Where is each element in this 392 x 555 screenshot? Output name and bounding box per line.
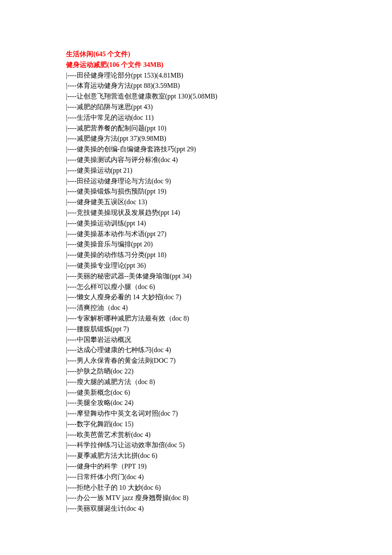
file-list-item: |----健美操运动训练(ppt 14): [66, 218, 392, 229]
file-list-item: |----体育运动健身方法(ppt 88)(3.59MB): [66, 81, 392, 91]
file-list-item: |----拒绝小肚子的 10 大妙(doc 6): [66, 483, 392, 493]
file-list-item: |----摩登舞动作中英文名词对照(doc 7): [66, 408, 392, 419]
file-list-item: |----健美操运动(ppt 21): [66, 165, 392, 176]
file-list-item: |----日常纤体小窍门(doc 4): [66, 472, 392, 483]
file-list-item: |----美丽双腿诞生计(doc 4): [66, 503, 392, 514]
subcategory-heading: 健身运动减肥(106 个文件 34MB): [66, 60, 392, 70]
file-list-item: |----男人永保青春的黄金法则(DOC 7): [66, 356, 392, 366]
file-list-item: |----夏季减肥方法大比拼(doc 6): [66, 451, 392, 461]
file-list-item: |----达成心理健康的七种练习(doc 4): [66, 345, 392, 356]
file-list-item: |----中国攀岩运动概况: [66, 335, 392, 345]
file-list-item: |----清爽控油（doc 4): [66, 303, 392, 313]
file-list-item: |----瘦大腿的减肥方法（doc 8): [66, 377, 392, 387]
file-list-item: |----田径健身理论部分(ppt 153)(4.81MB): [66, 70, 392, 81]
file-list-item: |----减肥的陷阱与迷思(ppt 43): [66, 102, 392, 113]
file-list-item: |----田径运动健身理论与方法(doc 9): [66, 176, 392, 187]
file-list-item: |----生活中常见的运动(doc 11): [66, 113, 392, 123]
file-list-item: |----数字化舞蹈(doc 15): [66, 419, 392, 430]
file-list: |----田径健身理论部分(ppt 153)(4.81MB)|----体育运动健…: [66, 70, 392, 514]
file-list-item: |----欧美芭蕾艺术赏析(doc 4): [66, 430, 392, 440]
document-page: 生活休闲(645 个文件) 健身运动减肥(106 个文件 34MB) |----…: [0, 0, 392, 555]
file-list-item: |----科学拉伸练习让运动效率加倍(doc 5): [66, 440, 392, 451]
file-list-item: |----怎么样可以瘦小腿（doc 6): [66, 282, 392, 292]
file-list-item: |----健美操的创编-自编健身套路技巧(ppt 29): [66, 144, 392, 155]
file-list-item: |----健身健美五误区(doc 13): [66, 197, 392, 208]
file-list-item: |----健美新概念(doc 6): [66, 387, 392, 398]
file-list-item: |----让创意飞翔营造创意健康教室(ppt 130)(5.08MB): [66, 91, 392, 102]
file-list-item: |----减肥营养餐的配制问题(ppt 10): [66, 123, 392, 134]
file-list-item: |----专家解析哪种减肥方法最有效（doc 8): [66, 313, 392, 324]
category-heading: 生活休闲(645 个文件): [66, 49, 392, 60]
file-list-item: |----美丽的秘密武器--美体健身瑜珈(ppt 34): [66, 271, 392, 282]
file-list-item: |----健美操测试内容与评分标准(doc 4): [66, 155, 392, 165]
file-list-item: |----竞技健美操现状及发展趋势(ppt 14): [66, 208, 392, 218]
file-list-item: |----健美操锻炼与损伤预防(ppt 19): [66, 186, 392, 197]
file-list-item: |----健美操基本动作与术语(ppt 27): [66, 229, 392, 240]
file-list-item: |----健美操的动作练习分类(ppt 18): [66, 250, 392, 260]
file-list-item: |----腰腹肌锻炼(ppt 7): [66, 324, 392, 335]
file-list-item: |----懒女人瘦身必看的 14 大妙招(doc 7): [66, 292, 392, 303]
file-list-item: |----健美操专业理论(ppt 36): [66, 260, 392, 271]
file-list-item: |----健美操音乐与编排(ppt 20): [66, 239, 392, 250]
file-list-item: |----美腿全攻略(doc 24): [66, 398, 392, 408]
file-list-item: |----办公一族 MTV jazz 瘦身翘臀操(doc 8): [66, 493, 392, 503]
file-list-item: |----健身中的科学（PPT 19): [66, 461, 392, 472]
file-list-item: |----护肤之防晒(doc 22): [66, 366, 392, 377]
file-list-item: |----减肥健身方法(ppt 37)(9.98MB): [66, 133, 392, 144]
